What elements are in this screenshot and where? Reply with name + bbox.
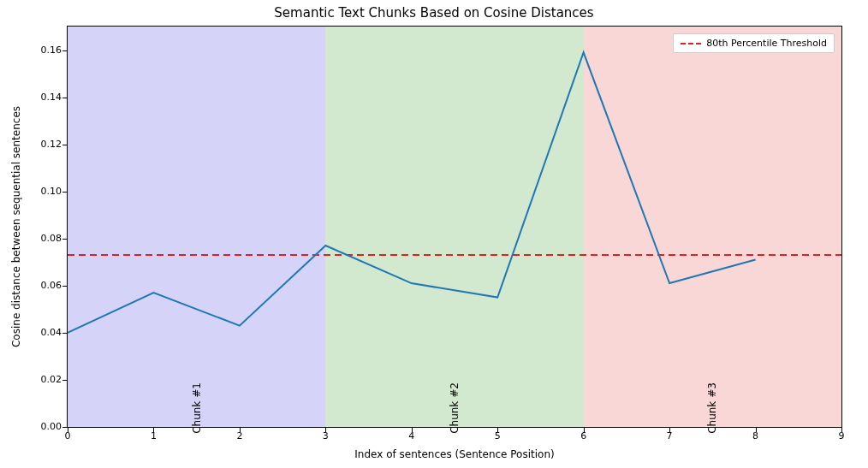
- ytick-mark: [62, 380, 67, 381]
- xtick-label: 4: [403, 430, 420, 441]
- ytick-label: 0.00: [10, 421, 62, 432]
- ytick-label: 0.16: [10, 44, 62, 56]
- ytick-mark: [62, 286, 67, 287]
- chart-title: Semantic Text Chunks Based on Cosine Dis…: [0, 5, 868, 21]
- xtick-label: 5: [489, 430, 506, 441]
- ytick-mark: [62, 333, 67, 334]
- ytick-mark: [62, 239, 67, 240]
- ytick-mark: [62, 427, 67, 428]
- data-line: [68, 52, 756, 333]
- xtick-label: 8: [747, 430, 764, 441]
- chunk-label-1: Chunk #1: [191, 382, 203, 434]
- xtick-label: 2: [231, 430, 248, 441]
- plot-area: [68, 27, 841, 427]
- chunk-label-2: Chunk #2: [449, 382, 461, 434]
- ytick-label: 0.08: [10, 233, 62, 244]
- ytick-label: 0.12: [10, 139, 62, 150]
- ytick-label: 0.10: [10, 186, 62, 197]
- y-axis-label: Cosine distance between sequential sente…: [10, 26, 27, 428]
- ytick-mark: [62, 98, 67, 98]
- x-axis-label: Index of sentences (Sentence Position): [67, 448, 842, 460]
- xtick-label: 6: [575, 430, 592, 441]
- ytick-mark: [62, 50, 67, 51]
- chunk-label-3: Chunk #3: [706, 382, 718, 434]
- figure: Semantic Text Chunks Based on Cosine Dis…: [0, 0, 868, 468]
- legend-label: 80th Percentile Threshold: [706, 38, 827, 49]
- xtick-label: 7: [661, 430, 678, 441]
- ytick-label: 0.06: [10, 280, 62, 291]
- xtick-label: 3: [317, 430, 334, 441]
- legend-line-sample: [681, 43, 701, 44]
- ytick-mark: [62, 145, 67, 145]
- ytick-label: 0.02: [10, 374, 62, 385]
- xtick-label: 1: [145, 430, 162, 441]
- xtick-label: 9: [833, 430, 850, 441]
- ytick-label: 0.04: [10, 327, 62, 338]
- ytick-label: 0.14: [10, 92, 62, 103]
- axes: Chunk #1Chunk #2Chunk #3 80th Percentile…: [67, 26, 842, 428]
- xtick-label: 0: [59, 430, 76, 441]
- ytick-mark: [62, 192, 67, 193]
- legend: 80th Percentile Threshold: [673, 33, 835, 53]
